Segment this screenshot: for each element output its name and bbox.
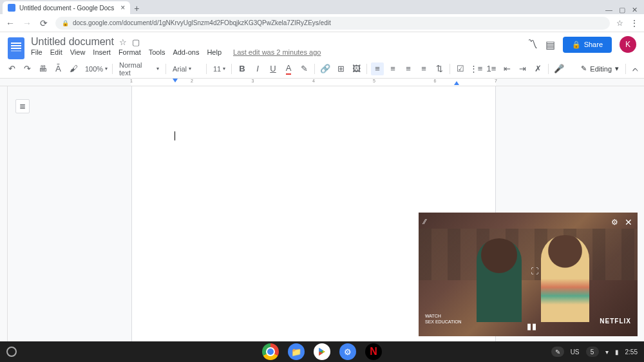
outline-toggle-icon[interactable]: ≣ (15, 99, 30, 113)
pip-settings-icon[interactable]: ⚙ (611, 218, 618, 227)
checklist-icon[interactable]: ☑ (454, 62, 467, 75)
image-icon[interactable]: 🖼 (350, 62, 363, 75)
zoom-dropdown[interactable]: 100%▾ (82, 65, 108, 73)
menu-insert[interactable]: Insert (93, 48, 111, 56)
redo-icon[interactable]: ↷ (21, 62, 33, 75)
browser-tab-bar: Untitled document - Google Docs × + — ▢ … (0, 0, 644, 14)
omnibox[interactable]: 🔒 docs.google.com/document/d/1gNKrvyUglS… (55, 17, 610, 30)
clock[interactable]: 2:55 (625, 348, 638, 356)
print-icon[interactable]: 🖶 (36, 62, 49, 75)
language-indicator[interactable]: US (571, 348, 580, 356)
last-edit-info[interactable]: Last edit was 2 minutes ago (233, 48, 321, 56)
chromeos-shelf: 📁 ⚙ N ✎ US 5 ▾ ▮ 2:55 (0, 341, 644, 362)
align-left-icon[interactable]: ≡ (371, 62, 384, 75)
account-avatar[interactable]: K (620, 36, 636, 53)
mode-dropdown[interactable]: ✎ Editing ▾ (581, 64, 619, 73)
move-folder-icon[interactable]: ▢ (132, 37, 140, 47)
menu-view[interactable]: View (70, 48, 86, 56)
stylus-icon[interactable]: ✎ (551, 347, 564, 357)
share-label: Share (584, 41, 603, 48)
line-spacing-icon[interactable]: ⇅ (433, 62, 446, 75)
window-controls: — ▢ ✕ (605, 6, 644, 14)
chevron-down-icon: ▾ (615, 64, 619, 73)
launcher-icon[interactable] (6, 347, 17, 357)
bullet-list-icon[interactable]: ⋮≡ (469, 62, 482, 75)
horizontal-ruler[interactable]: 1 2 3 4 5 6 7 (0, 79, 644, 86)
lock-icon: 🔒 (62, 20, 69, 26)
reload-button[interactable]: ⟳ (39, 18, 49, 28)
voice-typing-icon[interactable]: 🎤 (553, 62, 565, 75)
document-title[interactable]: Untitled document (31, 36, 114, 48)
text-color-icon[interactable]: A (282, 62, 295, 75)
lock-icon: 🔒 (572, 41, 581, 49)
forward-button[interactable]: → (22, 18, 32, 28)
menu-edit[interactable]: Edit (50, 48, 62, 56)
undo-icon[interactable]: ↶ (5, 62, 18, 75)
tab-title: Untitled document - Google Docs (19, 5, 114, 12)
indent-increase-icon[interactable]: ⇥ (516, 62, 529, 75)
spellcheck-icon[interactable]: Ᾱ (52, 62, 64, 75)
clear-format-icon[interactable]: ✗ (531, 62, 544, 75)
menu-tools[interactable]: Tools (149, 48, 166, 56)
system-tray[interactable]: ✎ US 5 ▾ ▮ 2:55 (551, 347, 638, 357)
align-justify-icon[interactable]: ≡ (417, 62, 430, 75)
pip-netflix-logo: NETFLIX (600, 318, 631, 325)
back-button[interactable]: ← (5, 18, 15, 28)
close-window-icon[interactable]: ✕ (632, 6, 638, 14)
play-store-icon[interactable] (314, 343, 330, 360)
docs-logo-icon[interactable] (8, 37, 24, 59)
url-text: docs.google.com/document/d/1gNKrvyUglSnz… (73, 19, 331, 26)
right-indent-marker[interactable] (454, 81, 459, 85)
pip-drag-handle-icon[interactable]: ⁄⁄ (424, 218, 426, 225)
menu-addons[interactable]: Add-ons (173, 48, 199, 56)
pip-close-icon[interactable]: ✕ (625, 217, 632, 227)
settings-app-icon[interactable]: ⚙ (339, 343, 356, 360)
pip-title: WATCH SEX EDUCATION (425, 314, 462, 325)
align-center-icon[interactable]: ≡ (386, 62, 399, 75)
new-tab-button[interactable]: + (130, 3, 143, 14)
menu-help[interactable]: Help (207, 48, 222, 56)
underline-icon[interactable]: U (267, 62, 279, 75)
numbered-list-icon[interactable]: 1≡ (485, 62, 498, 75)
star-icon[interactable]: ☆ (119, 37, 127, 47)
pencil-icon: ✎ (581, 64, 587, 73)
netflix-app-icon[interactable]: N (365, 343, 382, 360)
netflix-pip-window[interactable]: ⁄⁄ ⚙ ✕ ⛶ ▮▮ WATCH SEX EDUCATION NETFLIX (419, 213, 638, 336)
highlight-icon[interactable]: ✎ (298, 62, 310, 75)
tab-close-icon[interactable]: × (120, 3, 125, 12)
activity-icon[interactable]: 〽 (527, 39, 538, 50)
wifi-icon[interactable]: ▾ (605, 348, 609, 356)
browser-menu-icon[interactable]: ⋮ (630, 18, 639, 28)
chrome-app-icon[interactable] (262, 343, 279, 360)
pip-pause-icon[interactable]: ▮▮ (527, 321, 537, 331)
avatar-letter: K (625, 40, 630, 49)
font-dropdown[interactable]: Arial▾ (170, 65, 202, 73)
bold-icon[interactable]: B (236, 62, 249, 75)
bookmark-star-icon[interactable]: ☆ (616, 19, 623, 28)
share-button[interactable]: 🔒 Share (563, 37, 612, 53)
italic-icon[interactable]: I (251, 62, 264, 75)
comment-add-icon[interactable]: ⊞ (334, 62, 347, 75)
docs-favicon-icon (8, 4, 15, 12)
formatting-toolbar: ↶ ↷ 🖶 Ᾱ 🖌 100%▾ Normal text▾ Arial▾ 11▾ … (0, 59, 644, 79)
font-size-dropdown[interactable]: 11▾ (211, 65, 227, 73)
align-right-icon[interactable]: ≡ (402, 62, 415, 75)
left-indent-marker[interactable] (173, 79, 178, 82)
notification-badge[interactable]: 5 (586, 347, 599, 357)
battery-icon[interactable]: ▮ (615, 348, 619, 356)
paint-format-icon[interactable]: 🖌 (67, 62, 80, 75)
pip-fullscreen-icon[interactable]: ⛶ (531, 267, 537, 276)
docs-header: Untitled document ☆ ▢ File Edit View Ins… (0, 32, 644, 59)
paragraph-style-dropdown[interactable]: Normal text▾ (117, 61, 162, 77)
maximize-icon[interactable]: ▢ (619, 6, 625, 14)
vertical-ruler[interactable] (0, 86, 8, 344)
menu-format[interactable]: Format (118, 48, 141, 56)
comments-icon[interactable]: ▤ (545, 39, 555, 51)
menu-file[interactable]: File (31, 48, 43, 56)
browser-tab[interactable]: Untitled document - Google Docs × (3, 1, 130, 14)
minimize-icon[interactable]: — (605, 6, 612, 14)
collapse-toolbar-icon[interactable]: ᨈ (632, 64, 639, 73)
link-icon[interactable]: 🔗 (319, 62, 332, 75)
files-app-icon[interactable]: 📁 (288, 343, 305, 360)
indent-decrease-icon[interactable]: ⇤ (500, 62, 513, 75)
